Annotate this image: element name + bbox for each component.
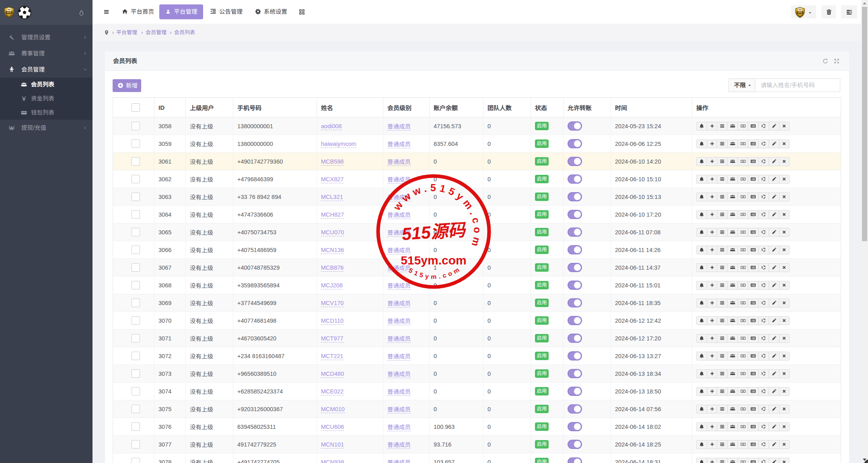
svg-text:515ym.com: 515ym.com — [401, 254, 466, 267]
svg-text:515ym.com: 515ym.com — [408, 265, 463, 280]
svg-text:515源码: 515源码 — [401, 220, 467, 244]
svg-text:MHB: MHB — [798, 11, 802, 14]
svg-text:MHB: MHB — [6, 11, 11, 14]
